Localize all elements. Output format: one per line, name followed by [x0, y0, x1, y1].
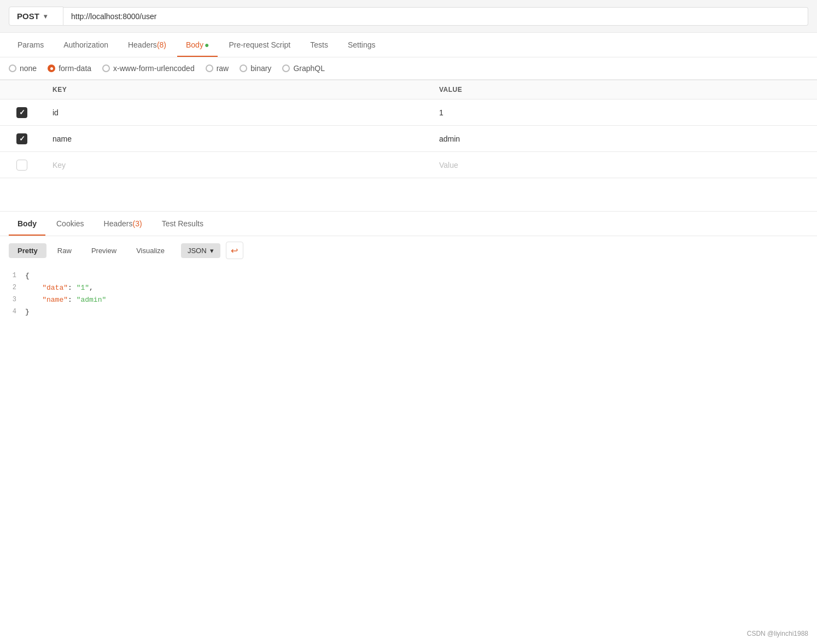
- line-num-2: 2: [9, 282, 25, 294]
- radio-binary-label: binary: [250, 64, 271, 73]
- radio-circle-urlencoded: [102, 65, 110, 72]
- top-bar: POST ▾: [0, 0, 817, 33]
- tab-headers[interactable]: Headers(8): [119, 33, 175, 57]
- table-row: ✓ name admin: [0, 126, 817, 152]
- format-type-label: JSON: [188, 247, 207, 255]
- tab-settings[interactable]: Settings: [339, 33, 384, 57]
- format-visualize-button[interactable]: Visualize: [127, 243, 173, 258]
- format-bar: Pretty Raw Preview Visualize JSON ▾ ↩: [0, 236, 817, 265]
- code-area: 1 { 2 "data": "1", 3 "name": "admin" 4 }: [0, 265, 817, 324]
- row3-value-placeholder: Value: [439, 161, 458, 169]
- format-preview-button[interactable]: Preview: [83, 243, 125, 258]
- radio-circle-none: [9, 65, 16, 72]
- table-header: KEY VALUE: [0, 80, 817, 99]
- request-tabs-bar: Params Authorization Headers(8) Body● Pr…: [0, 33, 817, 57]
- response-tab-headers[interactable]: Headers(3): [95, 212, 151, 236]
- radio-urlencoded-label: x-www-form-urlencoded: [113, 64, 195, 73]
- row1-checkbox-cell: ✓: [0, 99, 44, 125]
- response-section: Body Cookies Headers(3) Test Results Pre…: [0, 211, 817, 324]
- radio-circle-raw: [206, 65, 213, 72]
- code-line-4: 4 }: [9, 306, 817, 318]
- url-input[interactable]: [63, 7, 808, 26]
- row2-value: admin: [439, 134, 460, 143]
- tab-body[interactable]: Body●: [177, 33, 218, 57]
- radio-circle-graphql: [282, 65, 290, 72]
- radio-circle-binary: [240, 65, 247, 72]
- body-type-bar: none form-data x-www-form-urlencoded raw…: [0, 57, 817, 80]
- response-tabs-bar: Body Cookies Headers(3) Test Results: [0, 212, 817, 236]
- row3-checkbox[interactable]: [16, 160, 27, 171]
- table-row: ✓ id 1: [0, 99, 817, 126]
- code-content-4: }: [25, 306, 30, 318]
- checkmark-icon: ✓: [19, 134, 25, 143]
- response-tab-cookies[interactable]: Cookies: [48, 212, 93, 236]
- radio-form-data[interactable]: form-data: [48, 64, 91, 73]
- method-label: POST: [17, 11, 39, 21]
- code-line-2: 2 "data": "1",: [9, 282, 817, 294]
- wrap-button[interactable]: ↩: [226, 242, 243, 259]
- format-chevron-icon: ▾: [210, 247, 214, 255]
- col-header-checkbox: [0, 80, 44, 99]
- radio-none-label: none: [20, 64, 37, 73]
- tab-params[interactable]: Params: [9, 33, 52, 57]
- row3-checkbox-cell: [0, 152, 44, 178]
- radio-form-data-label: form-data: [59, 64, 91, 73]
- row2-key: name: [52, 134, 72, 143]
- chevron-down-icon: ▾: [44, 13, 47, 20]
- col-header-key: KEY: [44, 80, 430, 99]
- code-line-3: 3 "name": "admin": [9, 294, 817, 306]
- tab-tests[interactable]: Tests: [301, 33, 337, 57]
- row2-value-cell[interactable]: admin: [430, 126, 817, 151]
- radio-circle-form-data: [48, 65, 55, 72]
- col-header-value: VALUE: [430, 80, 817, 99]
- spacer: [0, 178, 817, 200]
- response-headers-badge: (3): [133, 219, 142, 228]
- radio-graphql-label: GraphQL: [293, 64, 325, 73]
- code-content-1: {: [25, 270, 30, 282]
- code-content-3: "name": "admin": [25, 294, 106, 306]
- code-line-1: 1 {: [9, 270, 817, 282]
- tab-pre-request[interactable]: Pre-request Script: [220, 33, 299, 57]
- row1-value-cell[interactable]: 1: [430, 99, 817, 125]
- row2-checkbox[interactable]: ✓: [16, 133, 27, 144]
- line-num-1: 1: [9, 270, 25, 282]
- radio-graphql[interactable]: GraphQL: [282, 64, 325, 73]
- headers-badge: (8): [157, 40, 166, 49]
- line-num-4: 4: [9, 306, 25, 318]
- row3-key-placeholder: Key: [52, 161, 66, 169]
- row1-checkbox[interactable]: ✓: [16, 107, 27, 118]
- row1-value: 1: [439, 108, 443, 117]
- body-badge: ●: [205, 40, 209, 49]
- key-value-table: KEY VALUE ✓ id 1 ✓ name admin: [0, 80, 817, 178]
- radio-raw[interactable]: raw: [206, 64, 229, 73]
- response-tab-body[interactable]: Body: [9, 212, 45, 236]
- code-content-2: "data": "1",: [25, 282, 94, 294]
- table-row: Key Value: [0, 152, 817, 178]
- checkmark-icon: ✓: [19, 108, 25, 116]
- response-tab-test-results[interactable]: Test Results: [153, 212, 212, 236]
- row2-checkbox-cell: ✓: [0, 126, 44, 151]
- row3-key-cell[interactable]: Key: [44, 152, 430, 178]
- format-pretty-button[interactable]: Pretty: [9, 243, 46, 258]
- row2-key-cell[interactable]: name: [44, 126, 430, 151]
- tab-authorization[interactable]: Authorization: [55, 33, 117, 57]
- radio-binary[interactable]: binary: [240, 64, 271, 73]
- wrap-icon: ↩: [231, 245, 238, 256]
- method-selector[interactable]: POST ▾: [9, 7, 63, 26]
- radio-raw-label: raw: [217, 64, 229, 73]
- row3-value-cell[interactable]: Value: [430, 152, 817, 178]
- row1-key: id: [52, 108, 59, 117]
- row1-key-cell[interactable]: id: [44, 99, 430, 125]
- radio-none[interactable]: none: [9, 64, 37, 73]
- format-type-select[interactable]: JSON ▾: [181, 243, 220, 258]
- line-num-3: 3: [9, 294, 25, 306]
- radio-urlencoded[interactable]: x-www-form-urlencoded: [102, 64, 195, 73]
- format-raw-button[interactable]: Raw: [49, 243, 80, 258]
